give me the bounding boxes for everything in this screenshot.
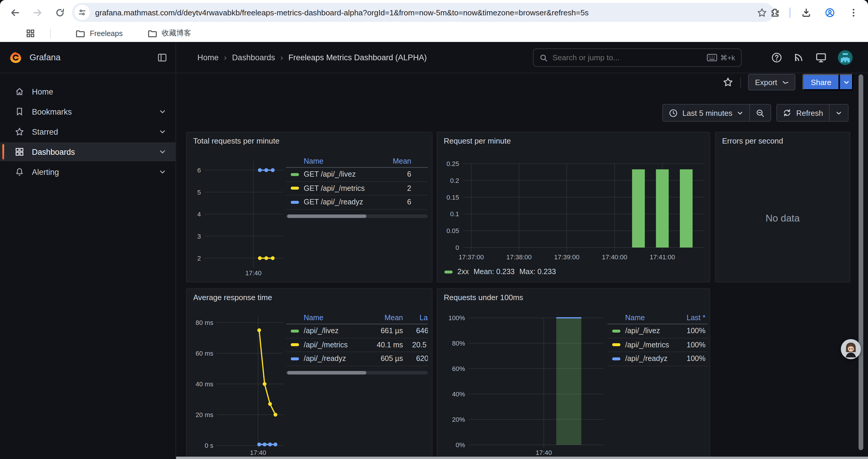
- svg-text:0.1: 0.1: [450, 210, 459, 218]
- panel-total-requests[interactable]: Total requests per minute 6543217:40 Nam…: [186, 132, 433, 282]
- extensions-icon[interactable]: [765, 2, 785, 23]
- browser-menu-icon[interactable]: [843, 2, 863, 23]
- table-row[interactable]: GET /api/_/metrics2: [286, 182, 428, 196]
- time-range-group: Last 5 minutes: [662, 104, 771, 122]
- sidebar-item-alerting[interactable]: Alerting: [0, 162, 176, 182]
- folder-icon: [148, 29, 157, 37]
- sidebar-item-label: Bookmarks: [32, 107, 159, 116]
- panel-avg-response-time[interactable]: Average response time 80 ms60 ms40 ms20 …: [186, 288, 433, 459]
- star-icon: [15, 127, 24, 136]
- refresh-interval-button[interactable]: [830, 104, 848, 121]
- reload-icon[interactable]: [50, 2, 70, 23]
- dashboard-grid: Total requests per minute 6543217:40 Nam…: [176, 125, 868, 459]
- table-header[interactable]: NameLast *: [608, 311, 708, 324]
- table-hscrollbar[interactable]: [286, 371, 428, 374]
- search-input[interactable]: ⌘+k: [533, 48, 742, 67]
- browser-toolbar: [0, 0, 868, 25]
- breadcrumb-dashboards[interactable]: Dashboards: [232, 53, 275, 62]
- table-row[interactable]: GET /api/_/readyz6: [286, 196, 428, 209]
- table-header[interactable]: NameMean: [286, 155, 428, 168]
- svg-text:0.25: 0.25: [446, 160, 459, 167]
- table-header[interactable]: NameMeanLast *: [286, 311, 428, 324]
- chevron-down-icon[interactable]: [159, 168, 166, 175]
- svg-text:0.05: 0.05: [446, 227, 459, 234]
- time-range-picker[interactable]: Last 5 minutes: [663, 104, 749, 121]
- export-button[interactable]: Export: [748, 74, 795, 90]
- series-color-pill: [291, 187, 299, 190]
- share-menu-button[interactable]: [840, 74, 853, 90]
- chart-legend[interactable]: 2xx Mean: 0.233 Max: 0.233: [444, 268, 556, 276]
- search-field[interactable]: [553, 53, 707, 62]
- page-hscrollbar[interactable]: [176, 457, 868, 459]
- monitor-icon[interactable]: [815, 52, 827, 63]
- svg-text:80%: 80%: [452, 340, 465, 347]
- profile-icon[interactable]: [819, 2, 840, 23]
- favorite-star-icon[interactable]: [722, 77, 733, 88]
- downloads-icon[interactable]: [796, 2, 816, 23]
- clock-icon: [669, 108, 678, 117]
- table-row[interactable]: /api/_/livez100%: [608, 324, 708, 338]
- zoom-out-button[interactable]: [750, 104, 771, 121]
- svg-text:0: 0: [456, 244, 459, 251]
- chevron-down-icon[interactable]: [159, 148, 166, 155]
- svg-text:80 ms: 80 ms: [195, 319, 213, 326]
- chevron-down-icon[interactable]: [159, 128, 166, 135]
- chevron-down-icon: [843, 79, 849, 85]
- sidebar-item-home[interactable]: Home: [0, 82, 176, 101]
- panel-title[interactable]: Total requests per minute: [193, 136, 279, 145]
- back-icon[interactable]: [5, 2, 25, 23]
- chevron-down-icon[interactable]: [159, 108, 166, 115]
- url-input[interactable]: [95, 8, 757, 17]
- sidebar-item-dashboards[interactable]: Dashboards: [0, 142, 176, 161]
- svg-text:17:39:00: 17:39:00: [554, 254, 580, 261]
- panel-request-per-minute[interactable]: Request per minute 0.250.20.150.10.05017…: [437, 132, 710, 282]
- bookmark-folder-freeleaps[interactable]: Freeleaps: [75, 29, 123, 37]
- bookmark-folder-blogs[interactable]: 收藏博客: [148, 28, 191, 38]
- panel-errors-per-second[interactable]: Errors per second No data: [715, 132, 850, 282]
- url-bar[interactable]: [72, 3, 774, 22]
- svg-text:5: 5: [197, 189, 201, 196]
- svg-text:17:38:00: 17:38:00: [506, 254, 532, 261]
- share-button[interactable]: Share: [803, 74, 840, 90]
- table-row[interactable]: /api/_/metrics100%: [608, 338, 708, 352]
- panel-title[interactable]: Requests under 100ms: [444, 293, 523, 302]
- table-row[interactable]: /api/_/livez661 µs646 µs: [286, 324, 428, 338]
- svg-text:17:40: 17:40: [250, 449, 266, 456]
- svg-text:20 ms: 20 ms: [195, 411, 213, 419]
- chevron-down-icon: [782, 79, 788, 85]
- table-row[interactable]: GET /api/_/livez6: [286, 168, 428, 182]
- dashboards-grid-icon: [15, 147, 24, 157]
- legend-table: NameMeanLast * /api/_/livez661 µs646 µs …: [286, 311, 428, 374]
- page-vscrollbar[interactable]: [858, 73, 864, 457]
- svg-text:0%: 0%: [456, 441, 465, 449]
- panel-title[interactable]: Errors per second: [722, 136, 783, 145]
- panel-title[interactable]: Request per minute: [444, 136, 511, 145]
- assistant-avatar[interactable]: [841, 339, 861, 359]
- table-row[interactable]: /api/_/readyz100%: [608, 352, 708, 366]
- chevron-down-icon: [836, 109, 842, 116]
- forward-icon[interactable]: [27, 2, 47, 23]
- sidebar-item-starred[interactable]: Starred: [0, 122, 176, 141]
- panel-requests-under-100ms[interactable]: Requests under 100ms 100%80%60%40%20%0%1…: [437, 288, 710, 459]
- news-rss-icon[interactable]: [794, 52, 804, 63]
- refresh-button[interactable]: Refresh: [777, 104, 829, 121]
- table-row[interactable]: /api/_/readyz605 µs620 µs: [286, 352, 428, 366]
- site-settings-icon[interactable]: [74, 5, 90, 20]
- svg-text:6: 6: [197, 167, 201, 174]
- breadcrumb-home[interactable]: Home: [197, 53, 219, 62]
- sidebar-collapse-icon[interactable]: [157, 52, 167, 62]
- table-row[interactable]: /api/_/metrics40.1 ms20.5 ms: [286, 338, 428, 352]
- table-hscrollbar[interactable]: [286, 214, 428, 218]
- sidebar-item-label: Alerting: [32, 167, 159, 176]
- series-color-pill: [291, 201, 299, 204]
- user-avatar[interactable]: [838, 50, 852, 65]
- actions-divider: [740, 77, 741, 87]
- apps-grid-icon[interactable]: [26, 29, 35, 38]
- bookmarks-bar: Freeleaps 收藏博客: [0, 25, 868, 42]
- help-icon[interactable]: [771, 52, 782, 63]
- home-icon: [15, 87, 24, 96]
- sidebar-item-bookmarks[interactable]: Bookmarks: [0, 102, 176, 121]
- browser-window: Freeleaps 收藏博客 Grafana: [0, 0, 868, 459]
- panel-title[interactable]: Average response time: [193, 293, 272, 302]
- svg-text:17:40: 17:40: [245, 269, 261, 277]
